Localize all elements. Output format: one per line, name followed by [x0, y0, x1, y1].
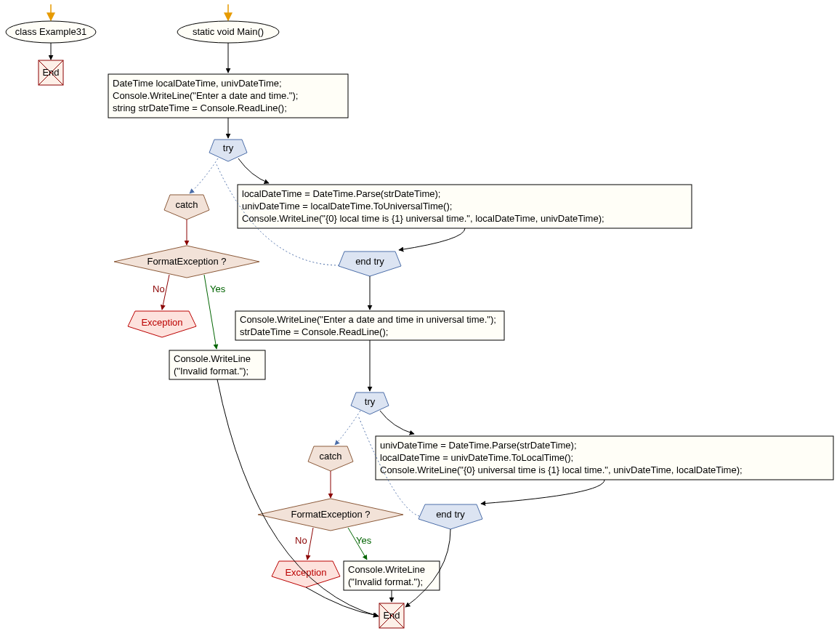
decision-fmt-2-label: FormatException ? [291, 509, 370, 520]
end-label-2: End [383, 610, 400, 621]
end-label-1: End [42, 67, 59, 78]
invalid1-l2: ("Invalid format."); [174, 366, 248, 377]
catch-label-1: catch [175, 199, 198, 210]
class-oval-label: class Example31 [15, 26, 86, 37]
exception-label-2: Exception [285, 567, 326, 578]
edge-body1-to-endtry1 [399, 228, 465, 250]
edge-try1-to-body1 [238, 158, 269, 183]
body1-l1: localDateTime = DateTime.Parse(strDateTi… [242, 188, 440, 199]
exception-label-1: Exception [141, 317, 182, 328]
body2-l1: univDateTime = DateTime.Parse(strDateTim… [380, 440, 577, 451]
block1-l1: DateTime localDateTime, univDateTime; [113, 78, 282, 89]
block2-l2: strDateTime = Console.ReadLine(); [240, 326, 388, 337]
edge-try2-to-catch2 [335, 411, 360, 445]
block1-l3: string strDateTime = Console.ReadLine(); [113, 102, 287, 113]
try-label-2: try [365, 396, 376, 407]
body2-l2: localDateTime = univDateTime.ToLocalTime… [380, 452, 573, 463]
edge-try1-to-catch1 [190, 158, 218, 193]
catch-label-2: catch [319, 451, 341, 462]
edge-exc2-to-end [306, 587, 378, 616]
edge-body2-to-endtry2 [481, 480, 604, 504]
decision-fmt-1-label: FormatException ? [147, 256, 226, 267]
flowchart-diagram: class Example31 End static void Main() D… [0, 0, 837, 644]
endtry-label-1: end try [355, 256, 384, 267]
block2-l1: Console.WriteLine("Enter a date and time… [240, 314, 496, 325]
body1-l3: Console.WriteLine("{0} local time is {1}… [242, 213, 604, 224]
invalid2-l2: ("Invalid format."); [348, 576, 423, 587]
yes-label-2: Yes [356, 535, 372, 546]
block1-l2: Console.WriteLine("Enter a date and time… [113, 90, 298, 101]
main-oval-label: static void Main() [193, 26, 264, 37]
end-terminal-1: End [39, 60, 63, 85]
edge-fmt2-no [307, 528, 313, 560]
endtry-label-2: end try [436, 509, 465, 520]
no-label-1: No [153, 283, 165, 294]
no-label-2: No [295, 535, 307, 546]
end-terminal-2: End [379, 603, 404, 628]
body2-l3: Console.WriteLine("{0} universal time is… [380, 464, 743, 475]
yes-label-1: Yes [210, 283, 226, 294]
try-label-1: try [223, 142, 234, 153]
invalid2-l1: Console.WriteLine [348, 564, 425, 575]
body1-l2: univDateTime = localDateTime.ToUniversal… [242, 201, 452, 212]
edge-try2-to-body2 [380, 411, 414, 434]
invalid1-l1: Console.WriteLine [174, 353, 251, 364]
